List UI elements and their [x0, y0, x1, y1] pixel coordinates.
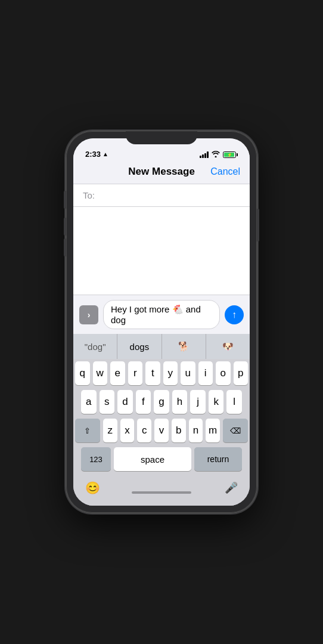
- return-key[interactable]: return: [194, 447, 242, 471]
- key-p[interactable]: p: [234, 361, 249, 385]
- notch: [126, 131, 197, 144]
- key-g[interactable]: g: [154, 390, 169, 414]
- send-arrow-icon: ↑: [232, 309, 237, 320]
- keyboard: q w e r t y u i o p a s d f g h j k: [73, 359, 250, 476]
- status-time: 2:33 ▲: [85, 150, 108, 159]
- to-input[interactable]: [100, 190, 240, 200]
- phone-screen: 2:33 ▲ ⚡: [73, 138, 250, 506]
- key-row-4: 123 space return: [75, 447, 248, 471]
- key-t[interactable]: t: [145, 361, 160, 385]
- autocomplete-item-0[interactable]: "dog": [73, 334, 117, 359]
- apps-button[interactable]: ›: [79, 305, 98, 324]
- send-button[interactable]: ↑: [225, 305, 244, 324]
- key-i[interactable]: i: [198, 361, 213, 385]
- key-l[interactable]: l: [226, 390, 242, 414]
- emoji-keyboard-button[interactable]: 😊: [85, 481, 100, 495]
- key-e[interactable]: e: [110, 361, 125, 385]
- key-h[interactable]: h: [172, 390, 188, 414]
- message-input[interactable]: Hey I got more 🐔 and dog: [103, 300, 220, 329]
- to-label: To:: [83, 190, 95, 200]
- delete-key[interactable]: ⌫: [223, 419, 248, 442]
- key-b[interactable]: b: [172, 419, 186, 442]
- key-s[interactable]: s: [100, 390, 115, 414]
- key-row-1: q w e r t y u i o p: [75, 361, 248, 385]
- autocomplete-item-1[interactable]: dogs: [117, 334, 161, 359]
- to-field: To:: [73, 184, 250, 207]
- bottom-bar: 😊 🎤: [73, 476, 250, 506]
- key-c[interactable]: c: [137, 419, 151, 442]
- key-n[interactable]: n: [189, 419, 203, 442]
- key-w[interactable]: w: [93, 361, 108, 385]
- status-icons: ⚡: [200, 151, 238, 159]
- message-text: Hey I got more 🐔 and dog: [111, 304, 212, 325]
- page-title: New Message: [113, 166, 210, 178]
- key-x[interactable]: x: [120, 419, 135, 442]
- autocomplete-item-3[interactable]: 🐶: [206, 334, 250, 359]
- wifi-icon: [212, 151, 220, 159]
- signal-icon: [200, 151, 209, 158]
- microphone-button[interactable]: 🎤: [225, 481, 238, 494]
- phone-frame: 2:33 ▲ ⚡: [66, 131, 257, 513]
- chevron-icon: ›: [88, 310, 91, 320]
- autocomplete-item-2[interactable]: 🐕: [162, 334, 206, 359]
- key-z[interactable]: z: [103, 419, 117, 442]
- cancel-button[interactable]: Cancel: [210, 166, 240, 177]
- key-r[interactable]: r: [128, 361, 143, 385]
- key-a[interactable]: a: [81, 390, 97, 414]
- numbers-key[interactable]: 123: [81, 447, 111, 471]
- key-f[interactable]: f: [136, 390, 151, 414]
- key-row-2: a s d f g h j k l: [75, 390, 248, 414]
- key-u[interactable]: u: [181, 361, 195, 385]
- compose-area: To:: [73, 184, 250, 295]
- time-label: 2:33: [85, 150, 101, 159]
- nav-header: New Message Cancel: [73, 161, 250, 184]
- key-q[interactable]: q: [75, 361, 90, 385]
- key-v[interactable]: v: [154, 419, 169, 442]
- autocomplete-label-2: 🐕: [178, 341, 190, 352]
- key-m[interactable]: m: [206, 419, 220, 442]
- autocomplete-label-3: 🐶: [222, 341, 234, 352]
- input-row: › Hey I got more 🐔 and dog ↑: [73, 295, 250, 334]
- key-j[interactable]: j: [190, 390, 206, 414]
- autocomplete-label-1: dogs: [130, 342, 150, 352]
- home-indicator: [132, 491, 191, 494]
- space-key[interactable]: space: [114, 447, 191, 471]
- key-row-3: ⇧ z x c v b n m ⌫: [75, 419, 248, 442]
- battery-icon: ⚡: [223, 151, 238, 158]
- autocomplete-bar: "dog" dogs 🐕 🐶: [73, 334, 250, 359]
- key-k[interactable]: k: [209, 390, 224, 414]
- message-body: [73, 207, 250, 295]
- autocomplete-label-0: "dog": [85, 342, 106, 352]
- key-o[interactable]: o: [216, 361, 231, 385]
- location-icon: ▲: [103, 151, 108, 157]
- key-d[interactable]: d: [117, 390, 133, 414]
- shift-key[interactable]: ⇧: [75, 419, 100, 442]
- key-y[interactable]: y: [163, 361, 178, 385]
